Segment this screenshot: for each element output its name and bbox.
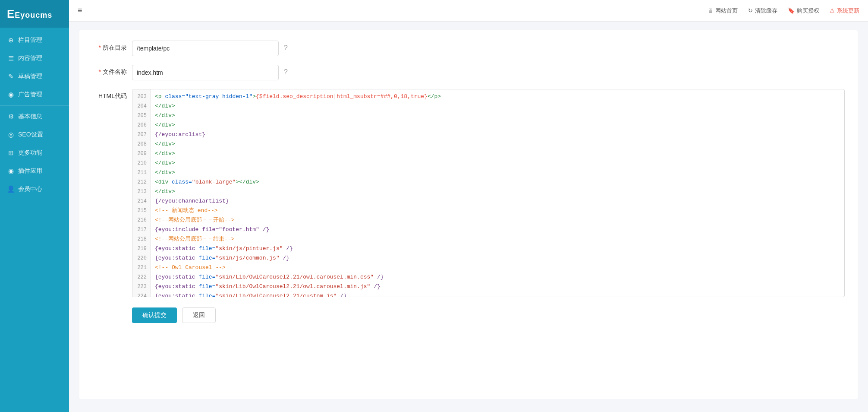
sidebar-item-member[interactable]: 👤 会员中心 — [0, 180, 69, 198]
topbar-right: 🖥 网站首页 ↻ 清除缓存 🔖 购买授权 ⚠ 系统更新 — [708, 7, 859, 15]
directory-row: *所在目录 ? — [92, 41, 845, 56]
member-icon: 👤 — [7, 185, 15, 193]
directory-control — [132, 41, 279, 56]
code-lines: <p class="text-gray hidden-l">{$field.se… — [151, 89, 844, 297]
sidebar: EEyoucms ⊕ 栏目管理 ☰ 内容管理 ✎ 草稿管理 ◉ 广告管理 ⚙ 基… — [0, 0, 69, 412]
sidebar-item-basic[interactable]: ⚙ 基本信息 — [0, 108, 69, 126]
code-editor-inner: 2032042052062072082092102112122132142152… — [132, 89, 844, 297]
directory-label: *所在目录 — [92, 41, 127, 52]
basic-icon: ⚙ — [7, 113, 15, 120]
back-button[interactable]: 返回 — [182, 307, 216, 323]
sidebar-divider — [0, 105, 69, 106]
code-editor-row: HTML代码 203204205206207208209210211212213… — [92, 89, 845, 297]
sidebar-item-seo[interactable]: ◎ SEO设置 — [0, 126, 69, 144]
hamburger-button[interactable]: ≡ — [78, 6, 82, 15]
sidebar-item-ad[interactable]: ◉ 广告管理 — [0, 86, 69, 104]
sidebar-item-more[interactable]: ⊞ 更多功能 — [0, 144, 69, 162]
line-numbers: 2032042052062072082092102112122132142152… — [132, 89, 151, 297]
html-code-label: HTML代码 — [92, 89, 127, 100]
filename-label: *文件名称 — [92, 65, 127, 76]
filename-row: *文件名称 ? — [92, 65, 845, 80]
more-icon: ⊞ — [7, 149, 15, 157]
update-link[interactable]: ⚠ 系统更新 — [830, 7, 859, 15]
cache-link[interactable]: ↻ 清除缓存 — [748, 7, 777, 15]
purchase-link[interactable]: 🔖 购买授权 — [788, 7, 819, 15]
logo-text: EEyoucms — [7, 7, 52, 21]
channel-icon: ⊕ — [7, 36, 15, 44]
topbar-left: ≡ — [78, 6, 82, 15]
content-icon: ☰ — [7, 54, 15, 62]
form-card: *所在目录 ? *文件名称 ? HTML代码 — [79, 30, 858, 399]
bookmark-icon: 🔖 — [788, 7, 795, 14]
page-content: *所在目录 ? *文件名称 ? HTML代码 — [69, 22, 868, 412]
logo: EEyoucms — [0, 0, 69, 28]
button-row: 确认提交 返回 — [132, 307, 845, 323]
code-editor[interactable]: 2032042052062072082092102112122132142152… — [132, 89, 845, 297]
warning-icon: ⚠ — [830, 7, 835, 14]
seo-icon: ◎ — [7, 131, 15, 139]
sidebar-menu: ⊕ 栏目管理 ☰ 内容管理 ✎ 草稿管理 ◉ 广告管理 ⚙ 基本信息 ◎ SEO… — [0, 28, 69, 198]
sidebar-item-draft[interactable]: ✎ 草稿管理 — [0, 67, 69, 86]
plugin-icon: ◉ — [7, 167, 15, 175]
draft-icon: ✎ — [7, 73, 15, 80]
sidebar-item-channel[interactable]: ⊕ 栏目管理 — [0, 31, 69, 49]
home-link[interactable]: 🖥 网站首页 — [708, 7, 738, 15]
topbar: ≡ 🖥 网站首页 ↻ 清除缓存 🔖 购买授权 ⚠ 系统更新 — [69, 0, 868, 22]
submit-button[interactable]: 确认提交 — [132, 307, 177, 323]
sidebar-item-plugin[interactable]: ◉ 插件应用 — [0, 162, 69, 180]
filename-control — [132, 65, 279, 80]
directory-input[interactable] — [132, 41, 279, 56]
directory-help-icon[interactable]: ? — [284, 41, 288, 52]
sidebar-item-content[interactable]: ☰ 内容管理 — [0, 49, 69, 67]
filename-help-icon[interactable]: ? — [284, 65, 288, 76]
filename-input[interactable] — [132, 65, 279, 80]
monitor-icon: 🖥 — [708, 7, 713, 14]
ad-icon: ◉ — [7, 91, 15, 98]
main-wrapper: ≡ 🖥 网站首页 ↻ 清除缓存 🔖 购买授权 ⚠ 系统更新 — [69, 0, 868, 412]
refresh-icon: ↻ — [748, 7, 753, 14]
